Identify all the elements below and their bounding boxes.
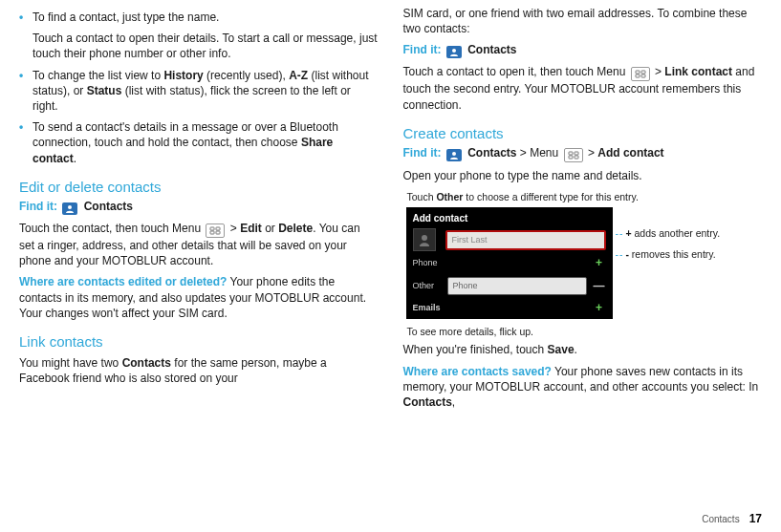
page-number: 17 [749, 511, 762, 526]
bold: Add contact [597, 146, 663, 160]
body-text: removes this entry. [629, 248, 716, 260]
find-it-line: Find it: Contacts > Menu > Add contact [403, 145, 763, 162]
screen-title: Add contact [407, 208, 612, 229]
svg-rect-14 [575, 156, 578, 159]
heading-edit-delete: Edit or delete contacts [19, 178, 379, 197]
field-label[interactable]: Other [413, 280, 442, 291]
body-text: Touch [407, 191, 437, 202]
bold: Contacts [122, 356, 171, 370]
phone-row: Phone + [407, 251, 612, 274]
menu-icon [564, 148, 583, 162]
plus-icon[interactable]: + [593, 301, 606, 314]
bold: Delete [278, 222, 313, 235]
menu-icon [206, 223, 225, 238]
list-item: To find a contact, just type the name. T… [19, 10, 379, 62]
contacts-icon [62, 202, 77, 215]
minus-icon[interactable]: — [593, 279, 606, 292]
bold: Contacts [403, 395, 452, 409]
other-row: Other Phone — [407, 274, 612, 297]
body-text: Touch the contact, then touch Menu [19, 222, 204, 235]
body-text: . [74, 152, 76, 165]
field-label: Emails [413, 302, 442, 313]
heading-link: Link contacts [19, 332, 379, 351]
paragraph: SIM card, or one friend with two email a… [403, 6, 763, 36]
body-text: To send a contact's details in a message… [33, 120, 338, 149]
bold: Status [87, 84, 122, 97]
bold: Link contact [664, 65, 732, 78]
leader-line: - - [616, 248, 622, 261]
right-column: SIM card, or one friend with two email a… [403, 6, 763, 415]
list-item: To send a contact's details in a message… [19, 119, 379, 166]
other-field[interactable]: Phone [447, 277, 587, 295]
body-text: To find a contact, just type the name. [33, 11, 219, 24]
svg-rect-6 [636, 71, 640, 74]
body-text: (recently used), [204, 69, 289, 82]
svg-point-15 [422, 235, 427, 241]
svg-rect-13 [569, 156, 573, 159]
callout-remove: - - - removes this entry. [616, 248, 740, 261]
phone-screen: Add contact First Last Phone + Other Pho… [406, 207, 613, 320]
paragraph: Open your phone to type the name and det… [403, 168, 763, 183]
svg-rect-3 [210, 231, 214, 234]
svg-rect-11 [569, 152, 573, 155]
avatar-icon[interactable] [413, 228, 436, 251]
body-text: adds another entry. [632, 227, 721, 239]
svg-point-0 [68, 205, 72, 209]
contacts-icon [446, 46, 462, 58]
bold: Save [548, 343, 575, 356]
svg-rect-4 [216, 231, 220, 234]
body-text: > Menu [517, 146, 562, 160]
contacts-label: Contacts [467, 146, 516, 160]
emails-row: Emails + [407, 297, 612, 318]
field-label: Phone [413, 257, 442, 268]
callout-top: Touch Other to choose a different type f… [407, 191, 763, 203]
paragraph: Where are contacts edited or deleted? Yo… [19, 274, 379, 321]
find-it-label: Find it: [19, 200, 57, 213]
footer-section: Contacts [702, 513, 739, 526]
plus-icon[interactable]: + [593, 256, 606, 269]
menu-icon [631, 67, 650, 81]
body-text: Touch a contact to open it, then touch M… [403, 65, 629, 78]
contacts-label: Contacts [84, 200, 133, 213]
bold: A-Z [289, 69, 308, 82]
body-text: To change the list view to [33, 69, 163, 82]
tips-list: To find a contact, just type the name. T… [19, 10, 379, 166]
find-it-line: Find it: Contacts [19, 199, 379, 215]
paragraph: Touch a contact to open it, then touch M… [403, 64, 763, 112]
contacts-icon [446, 149, 462, 161]
body-text: You might have two [19, 356, 122, 370]
bold: Other [436, 191, 463, 202]
name-field[interactable]: First Last [445, 230, 606, 250]
leader-line: - - [616, 227, 622, 240]
svg-rect-7 [641, 71, 645, 74]
paragraph: You might have two Contacts for the same… [19, 355, 379, 386]
contacts-label: Contacts [467, 43, 516, 56]
callout-add: - - + adds another entry. [616, 227, 740, 240]
body-text: > [585, 146, 598, 160]
paragraph: When you're finished, touch Save. [403, 342, 763, 357]
callout-question: Where are contacts edited or deleted? [19, 275, 227, 288]
svg-rect-8 [636, 74, 640, 77]
find-it-label: Find it: [403, 43, 442, 56]
page-footer: Contacts 17 [702, 511, 762, 526]
paragraph: Where are contacts saved? Your phone sav… [403, 364, 763, 411]
body-text: Touch a contact to open their details. T… [33, 31, 379, 61]
callout-question: Where are contacts saved? [403, 365, 552, 378]
svg-point-5 [452, 49, 456, 53]
bold: Edit [240, 222, 262, 235]
svg-rect-9 [641, 74, 645, 77]
left-column: To find a contact, just type the name. T… [19, 6, 379, 415]
svg-rect-12 [575, 152, 578, 155]
body-text: to choose a different type for this entr… [463, 191, 638, 202]
paragraph: Touch the contact, then touch Menu > Edi… [19, 221, 379, 268]
find-it-line: Find it: Contacts [403, 42, 763, 58]
phone-illustration: Touch Other to choose a different type f… [403, 191, 763, 338]
find-it-label: Find it: [403, 146, 442, 160]
body-text: . [575, 343, 577, 356]
body-text: When you're finished, touch [403, 343, 548, 356]
svg-rect-1 [210, 227, 214, 230]
body-text: , [452, 395, 455, 409]
list-item: To change the list view to History (rece… [19, 68, 379, 115]
body-text: > [652, 65, 665, 78]
side-callouts: - - + adds another entry. - - - removes … [616, 227, 740, 268]
